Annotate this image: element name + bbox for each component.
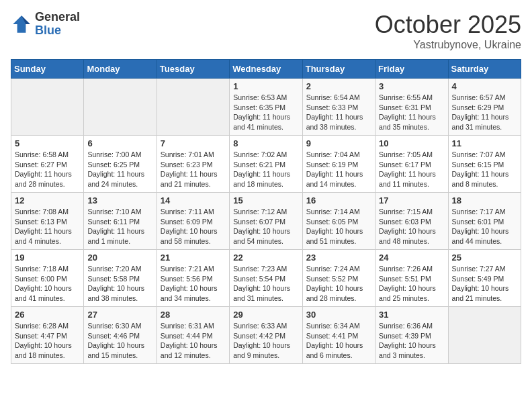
- calendar-week-row: 26Sunrise: 6:28 AM Sunset: 4:47 PM Dayli…: [11, 307, 521, 364]
- day-number: 21: [161, 253, 226, 263]
- day-info: Sunrise: 7:15 AM Sunset: 6:03 PM Dayligh…: [379, 207, 444, 246]
- day-info: Sunrise: 7:08 AM Sunset: 6:13 PM Dayligh…: [15, 207, 80, 246]
- calendar-cell: 17Sunrise: 7:15 AM Sunset: 6:03 PM Dayli…: [375, 193, 448, 250]
- month-title: October 2025: [375, 11, 521, 39]
- day-number: 4: [452, 81, 517, 91]
- day-info: Sunrise: 7:23 AM Sunset: 5:54 PM Dayligh…: [233, 264, 298, 304]
- day-info: Sunrise: 6:31 AM Sunset: 4:44 PM Dayligh…: [161, 321, 226, 361]
- day-info: Sunrise: 6:58 AM Sunset: 6:27 PM Dayligh…: [15, 150, 80, 189]
- calendar-cell: 14Sunrise: 7:11 AM Sunset: 6:09 PM Dayli…: [157, 193, 229, 250]
- col-thursday: Thursday: [302, 60, 375, 79]
- day-info: Sunrise: 7:04 AM Sunset: 6:19 PM Dayligh…: [306, 150, 371, 189]
- day-number: 19: [15, 253, 80, 263]
- calendar-cell: 24Sunrise: 7:26 AM Sunset: 5:51 PM Dayli…: [375, 250, 448, 307]
- day-info: Sunrise: 6:30 AM Sunset: 4:46 PM Dayligh…: [87, 321, 152, 361]
- calendar-cell: 13Sunrise: 7:10 AM Sunset: 6:11 PM Dayli…: [84, 193, 157, 250]
- calendar-cell: [11, 79, 84, 136]
- calendar-cell: 29Sunrise: 6:33 AM Sunset: 4:42 PM Dayli…: [230, 307, 302, 364]
- calendar-cell: 4Sunrise: 6:57 AM Sunset: 6:29 PM Daylig…: [448, 79, 521, 136]
- col-friday: Friday: [375, 60, 448, 79]
- calendar-cell: 26Sunrise: 6:28 AM Sunset: 4:47 PM Dayli…: [11, 307, 84, 364]
- calendar-cell: [157, 79, 229, 136]
- calendar-table: Sunday Monday Tuesday Wednesday Thursday…: [11, 59, 521, 364]
- day-number: 27: [87, 310, 152, 320]
- col-saturday: Saturday: [448, 60, 521, 79]
- day-number: 28: [161, 310, 226, 320]
- day-info: Sunrise: 7:11 AM Sunset: 6:09 PM Dayligh…: [161, 207, 226, 246]
- day-number: 5: [15, 138, 80, 148]
- calendar-cell: 25Sunrise: 7:27 AM Sunset: 5:49 PM Dayli…: [448, 250, 521, 307]
- day-info: Sunrise: 6:28 AM Sunset: 4:47 PM Dayligh…: [15, 321, 80, 361]
- logo: General Blue: [11, 11, 80, 38]
- logo-general-text: General: [35, 11, 80, 24]
- col-sunday: Sunday: [11, 60, 84, 79]
- day-number: 3: [379, 81, 444, 91]
- day-info: Sunrise: 6:54 AM Sunset: 6:33 PM Dayligh…: [306, 93, 371, 132]
- calendar-cell: [448, 307, 521, 364]
- day-number: 22: [233, 253, 298, 263]
- calendar-cell: 27Sunrise: 6:30 AM Sunset: 4:46 PM Dayli…: [84, 307, 157, 364]
- day-info: Sunrise: 6:53 AM Sunset: 6:35 PM Dayligh…: [233, 93, 298, 132]
- day-number: 1: [233, 81, 298, 91]
- day-info: Sunrise: 7:00 AM Sunset: 6:25 PM Dayligh…: [87, 150, 152, 189]
- day-info: Sunrise: 7:10 AM Sunset: 6:11 PM Dayligh…: [87, 207, 152, 246]
- day-number: 10: [379, 138, 444, 148]
- day-number: 8: [233, 138, 298, 148]
- calendar-cell: 21Sunrise: 7:21 AM Sunset: 5:56 PM Dayli…: [157, 250, 229, 307]
- day-number: 6: [87, 138, 152, 148]
- calendar-cell: 30Sunrise: 6:34 AM Sunset: 4:41 PM Dayli…: [302, 307, 375, 364]
- day-number: 29: [233, 310, 298, 320]
- day-info: Sunrise: 6:33 AM Sunset: 4:42 PM Dayligh…: [233, 321, 298, 361]
- day-number: 2: [306, 81, 371, 91]
- day-number: 16: [306, 195, 371, 205]
- calendar-cell: 22Sunrise: 7:23 AM Sunset: 5:54 PM Dayli…: [230, 250, 302, 307]
- day-number: 23: [306, 253, 371, 263]
- day-info: Sunrise: 7:07 AM Sunset: 6:15 PM Dayligh…: [452, 150, 517, 189]
- day-info: Sunrise: 7:05 AM Sunset: 6:17 PM Dayligh…: [379, 150, 444, 189]
- col-monday: Monday: [84, 60, 157, 79]
- calendar-cell: 28Sunrise: 6:31 AM Sunset: 4:44 PM Dayli…: [157, 307, 229, 364]
- calendar-cell: 5Sunrise: 6:58 AM Sunset: 6:27 PM Daylig…: [11, 136, 84, 193]
- calendar-week-row: 19Sunrise: 7:18 AM Sunset: 6:00 PM Dayli…: [11, 250, 521, 307]
- day-info: Sunrise: 6:57 AM Sunset: 6:29 PM Dayligh…: [452, 93, 517, 132]
- calendar-cell: 15Sunrise: 7:12 AM Sunset: 6:07 PM Dayli…: [230, 193, 302, 250]
- calendar-header-row: Sunday Monday Tuesday Wednesday Thursday…: [11, 60, 521, 79]
- calendar-cell: 20Sunrise: 7:20 AM Sunset: 5:58 PM Dayli…: [84, 250, 157, 307]
- col-tuesday: Tuesday: [157, 60, 229, 79]
- day-info: Sunrise: 7:02 AM Sunset: 6:21 PM Dayligh…: [233, 150, 298, 189]
- day-number: 17: [379, 195, 444, 205]
- day-info: Sunrise: 7:27 AM Sunset: 5:49 PM Dayligh…: [452, 264, 517, 304]
- day-info: Sunrise: 7:18 AM Sunset: 6:00 PM Dayligh…: [15, 264, 80, 304]
- calendar-cell: 12Sunrise: 7:08 AM Sunset: 6:13 PM Dayli…: [11, 193, 84, 250]
- day-info: Sunrise: 7:17 AM Sunset: 6:01 PM Dayligh…: [452, 207, 517, 246]
- logo-blue-text: Blue: [35, 24, 80, 38]
- day-info: Sunrise: 7:01 AM Sunset: 6:23 PM Dayligh…: [161, 150, 226, 189]
- title-block: October 2025 Yastrubynove, Ukraine: [375, 11, 521, 51]
- calendar-cell: [84, 79, 157, 136]
- day-number: 26: [15, 310, 80, 320]
- day-info: Sunrise: 7:21 AM Sunset: 5:56 PM Dayligh…: [161, 264, 226, 304]
- calendar-week-row: 1Sunrise: 6:53 AM Sunset: 6:35 PM Daylig…: [11, 79, 521, 136]
- day-number: 20: [87, 253, 152, 263]
- day-number: 14: [161, 195, 226, 205]
- day-number: 11: [452, 138, 517, 148]
- calendar-cell: 9Sunrise: 7:04 AM Sunset: 6:19 PM Daylig…: [302, 136, 375, 193]
- calendar-week-row: 12Sunrise: 7:08 AM Sunset: 6:13 PM Dayli…: [11, 193, 521, 250]
- calendar-cell: 7Sunrise: 7:01 AM Sunset: 6:23 PM Daylig…: [157, 136, 229, 193]
- calendar-week-row: 5Sunrise: 6:58 AM Sunset: 6:27 PM Daylig…: [11, 136, 521, 193]
- day-number: 15: [233, 195, 298, 205]
- day-number: 30: [306, 310, 371, 320]
- day-info: Sunrise: 7:26 AM Sunset: 5:51 PM Dayligh…: [379, 264, 444, 304]
- calendar-cell: 2Sunrise: 6:54 AM Sunset: 6:33 PM Daylig…: [302, 79, 375, 136]
- day-info: Sunrise: 6:55 AM Sunset: 6:31 PM Dayligh…: [379, 93, 444, 132]
- col-wednesday: Wednesday: [230, 60, 302, 79]
- day-number: 7: [161, 138, 226, 148]
- calendar-cell: 8Sunrise: 7:02 AM Sunset: 6:21 PM Daylig…: [230, 136, 302, 193]
- day-number: 12: [15, 195, 80, 205]
- calendar-cell: 31Sunrise: 6:36 AM Sunset: 4:39 PM Dayli…: [375, 307, 448, 364]
- calendar-cell: 16Sunrise: 7:14 AM Sunset: 6:05 PM Dayli…: [302, 193, 375, 250]
- day-number: 9: [306, 138, 371, 148]
- day-number: 18: [452, 195, 517, 205]
- calendar-cell: 1Sunrise: 6:53 AM Sunset: 6:35 PM Daylig…: [230, 79, 302, 136]
- day-number: 31: [379, 310, 444, 320]
